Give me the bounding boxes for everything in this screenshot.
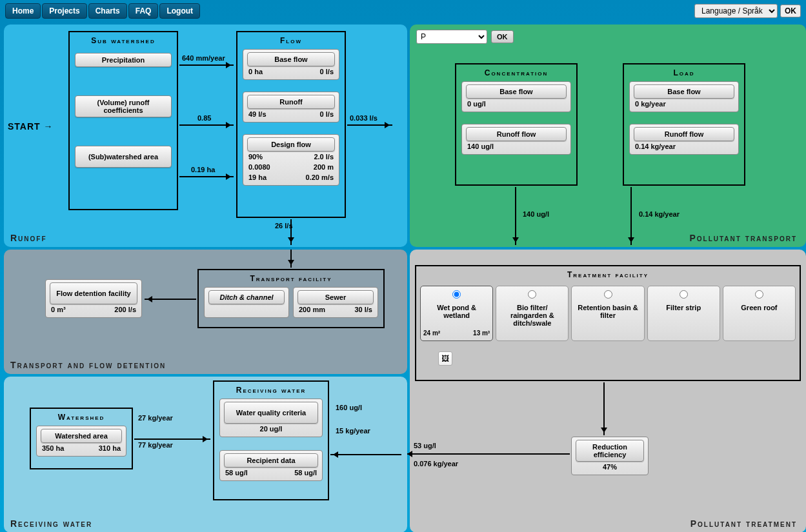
nav-home[interactable]: Home (5, 3, 41, 19)
precipitation-button[interactable]: Precipitation (75, 53, 172, 67)
design-ls: 2.0 l/s (314, 153, 334, 161)
sub-box-baseflow: Base flow 0 ha0 l/s (243, 49, 339, 80)
panel-pollutant-transport: Pollutant transport P OK Concentration B… (410, 25, 806, 247)
panel-runoff: Runoff START → Sub watershed Precipitati… (4, 25, 407, 247)
treatment-option-0[interactable]: Wet pond & wetland24 m²13 m³ (420, 286, 493, 341)
box-load: Load Base flow 0 kg/year Runoff flow 0.1… (623, 63, 745, 186)
nav-charts[interactable]: Charts (88, 3, 127, 19)
design-flow-button[interactable]: Design flow (247, 137, 335, 152)
treatment-option-stats: 24 m²13 m³ (423, 330, 490, 337)
treatment-option-label: Bio filter/ raingarden & ditch/swale (499, 304, 565, 327)
watershed-area-button[interactable]: Watershed area (41, 429, 122, 443)
treatment-option-4[interactable]: Green roof (723, 286, 796, 341)
wqc-val: 20 ug/l (260, 425, 283, 433)
diagram-board: Runoff START → Sub watershed Precipitati… (0, 22, 806, 532)
conc-runoff-val: 140 ug/l (467, 143, 494, 150)
conc-runoff-button[interactable]: Runoff flow (466, 127, 567, 141)
sewer-button[interactable]: Sewer (297, 290, 374, 304)
treatment-option-1[interactable]: Bio filter/ raingarden & ditch/swale (496, 286, 569, 341)
treatment-radio-0[interactable] (452, 290, 461, 299)
sub-box-detention: Flow detention facility 0 m³200 l/s (45, 279, 142, 318)
water-quality-criteria-button[interactable]: Water quality criteria (224, 402, 318, 424)
arrow-conc-down (515, 187, 516, 245)
value-ws-a1: 27 kg/year (138, 414, 173, 422)
treatment-option-label: Wet pond & wetland (423, 304, 490, 319)
value-coef: 0.85 (197, 114, 211, 122)
sub-box-wqc: Water quality criteria 20 ug/l (219, 399, 323, 437)
baseflow-button[interactable]: Base flow (247, 52, 335, 66)
treatment-image-icon[interactable]: 🖼 (438, 351, 452, 366)
start-label: START → (8, 121, 54, 132)
sub-box-conc-runoff: Runoff flow 140 ug/l (461, 124, 571, 155)
nav-logout[interactable]: Logout (159, 3, 200, 19)
sub-box-conc-baseflow: Base flow 0 ug/l (461, 81, 571, 112)
sub-box-ditch: Ditch & channel (204, 287, 289, 318)
value-area: 0.19 ha (191, 166, 215, 173)
load-runoff-val: 0.14 kg/year (635, 143, 676, 150)
design-pct: 90% (248, 153, 263, 161)
arrow-to-detention (145, 299, 196, 300)
sub-box-recipient-data: Recipient data 58 ug/l58 ug/l (219, 450, 323, 481)
value-conc-out: 140 ug/l (523, 210, 549, 218)
conc-baseflow-button[interactable]: Base flow (466, 84, 567, 99)
reduction-val: 47% (603, 463, 617, 471)
arrow-coef (179, 124, 234, 126)
treatment-radio-3[interactable] (680, 290, 688, 299)
treatment-option-2[interactable]: Retention basin & filter (571, 286, 644, 341)
flow-detention-button[interactable]: Flow detention facility (50, 282, 137, 304)
treatment-option-3[interactable]: Filter strip (647, 286, 720, 341)
baseflow-ls: 0 l/s (320, 68, 334, 75)
load-baseflow-val: 0 kg/year (635, 100, 666, 108)
panel-pollutant-treatment: Pollutant treatment Treatment facility W… (410, 250, 806, 532)
value-flow-out: 0.033 l/s (350, 114, 378, 122)
value-treat-out-load: 0.076 kg/year (414, 460, 458, 468)
pollutant-selector: P OK (416, 30, 514, 44)
rd-v1: 58 ug/l (225, 469, 248, 477)
sewer-ls: 30 l/s (354, 306, 372, 313)
treatment-radio-4[interactable] (755, 290, 763, 299)
reduction-efficiency-button[interactable]: Reduction efficiency (576, 440, 644, 462)
arrow-into-transport (290, 250, 292, 268)
design-d3: 19 ha (248, 173, 267, 181)
arrow-precip (179, 64, 234, 66)
panel-title-pollutant-treatment: Pollutant treatment (690, 518, 797, 529)
value-ws-a2: 77 kg/year (138, 441, 173, 449)
baseflow-ha: 0 ha (248, 68, 263, 75)
runoff-left: 49 l/s (248, 110, 267, 118)
pollutant-select[interactable]: P (416, 30, 487, 44)
box-receiving-water: Receiving water Water quality criteria 2… (213, 380, 329, 500)
box-title-load: Load (629, 68, 739, 77)
arrow-flow-out (347, 124, 392, 126)
rd-v2: 58 ug/l (294, 469, 317, 477)
ditch-channel-button[interactable]: Ditch & channel (208, 290, 285, 304)
arrow-load-down (630, 187, 632, 245)
runoff-coefficients-button[interactable]: (Volume) runoff coefficients (75, 95, 172, 117)
sub-box-runoff: Runoff 49 l/s0 l/s (243, 92, 339, 123)
sub-box-reduction: Reduction efficiency 47% (571, 437, 649, 475)
recipient-data-button[interactable]: Recipient data (224, 453, 318, 468)
treatment-radio-1[interactable] (528, 290, 536, 299)
treatment-radio-2[interactable] (604, 290, 612, 299)
subwatershed-area-button[interactable]: (Sub)watershed area (75, 146, 172, 168)
runoff-button[interactable]: Runoff (247, 95, 335, 109)
language-selector: Language / Språk OK (694, 4, 801, 18)
arrow-flow-down (290, 219, 292, 245)
box-watershed: Watershed Watershed area 350 ha310 ha (30, 408, 133, 469)
design-d4: 0.20 m/s (306, 173, 334, 181)
panel-transport-detention: Transport and flow detention Transport f… (4, 250, 407, 374)
pollutant-ok-button[interactable]: OK (491, 30, 514, 43)
language-ok-button[interactable]: OK (780, 5, 801, 17)
design-d2: 200 m (314, 163, 334, 171)
detention-v1: 0 m³ (51, 306, 66, 313)
nav-faq[interactable]: FAQ (128, 3, 159, 19)
value-in-conc: 160 ug/l (336, 404, 362, 411)
panel-receiving-water: Receiving water Watershed Watershed area… (4, 377, 407, 532)
sub-box-watershed-area: Watershed area 350 ha310 ha (36, 426, 126, 457)
load-baseflow-button[interactable]: Base flow (634, 84, 734, 99)
conc-baseflow-val: 0 ug/l (467, 100, 486, 108)
box-title-sub-watershed: Sub watershed (75, 36, 172, 45)
load-runoff-button[interactable]: Runoff flow (634, 127, 734, 141)
language-select[interactable]: Language / Språk (694, 4, 778, 18)
box-title-transport-facility: Transport facility (204, 274, 378, 283)
nav-projects[interactable]: Projects (42, 3, 86, 19)
